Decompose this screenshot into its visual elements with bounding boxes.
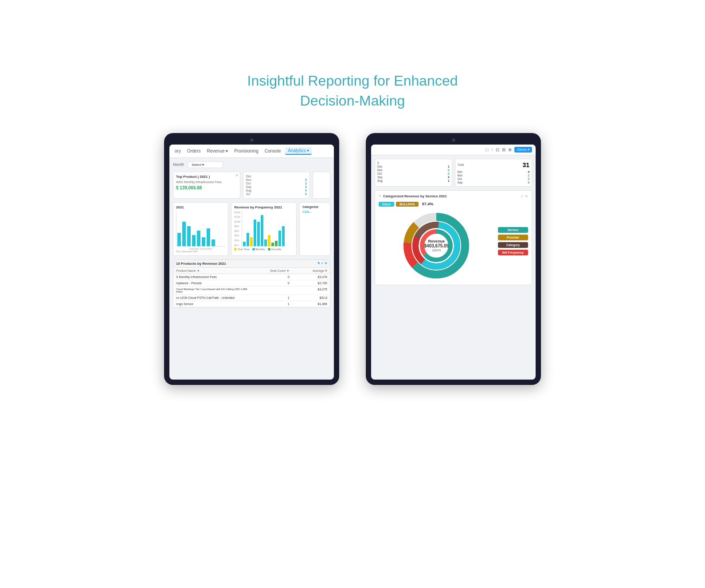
bar-7 — [207, 228, 210, 246]
nav-item-console[interactable]: Console — [263, 148, 283, 154]
donut-label: Revenue — [424, 239, 449, 243]
data-summary: 3 Dec1 Nov0 Oct0 — [375, 159, 532, 187]
table-row: co UCM Cloud PSTN Call Path - Unlimited … — [173, 295, 330, 301]
bar-1 — [177, 233, 181, 246]
right-tablet-camera — [452, 138, 455, 142]
nav-icon-1[interactable]: □ — [486, 147, 488, 152]
chart-section: 2021 End User Annual Plan — [173, 202, 330, 256]
expand-icon[interactable]: ⤢ — [521, 194, 524, 198]
month-row-oct: Oct2 — [246, 182, 307, 185]
right-bar-chart-panel: Revenue by Frequency 2021 $140k $120k $1… — [231, 202, 297, 256]
left-tablet-camera — [250, 138, 254, 142]
nav-icon-5[interactable]: ⊕ — [508, 147, 512, 152]
btn-category[interactable]: Category — [498, 242, 528, 248]
right-chart-layout: Cisco BULLDOG 57.4% — [379, 202, 528, 281]
top-product-widget: ✕ Top Product ( 2021 ) AWS Monthly Infra… — [173, 172, 240, 199]
s-row-dec: Dec1 — [377, 165, 450, 168]
cat-header: ✕ Categorized Revenue by Service 2021 ⤢ … — [379, 194, 528, 198]
nav-item-provisioning[interactable]: Provisioning — [232, 148, 260, 154]
left-bar-chart-panel: 2021 End User Annual Plan — [173, 202, 228, 256]
chip-cisco[interactable]: Cisco — [379, 202, 394, 207]
left-content: Month Select ▾ ✕ Top Product ( 2021 ) AW… — [169, 158, 334, 311]
month-row-aug: Aug0 — [246, 189, 307, 192]
freq-chart-area: $140k $120k $100k $80k $60k $40k $20k $0… — [234, 211, 294, 247]
monthly-counts-widget: Dec Nov3 Oct2 Sep3 — [243, 172, 310, 199]
left-tablet-screen: ory Orders Revenue ▾ Provisioning Consol… — [169, 145, 334, 380]
analytics-label: Analytics ▾ — [288, 148, 309, 153]
widget-subtitle: AWS Monthly Infrastructure Fees — [176, 180, 237, 184]
partial-widget — [313, 172, 330, 199]
close-icon[interactable]: ✕ — [525, 194, 528, 198]
nav-item-ory[interactable]: ory — [173, 148, 183, 154]
nav-icon-2[interactable]: ↑ — [491, 147, 493, 152]
filter-label: Month — [173, 162, 184, 167]
side-buttons: Service Provider Category Bill Frequency — [498, 227, 528, 255]
bar-3 — [187, 226, 191, 246]
cat-label: Cate... — [302, 210, 327, 213]
headline-line1: Insightful Reporting for Enhanced — [247, 73, 458, 89]
month-row-sep: Sep3 — [246, 185, 307, 188]
nav-item-analytics[interactable]: Analytics ▾ — [285, 147, 312, 155]
table-header: 10 Products by Revenue 2021 ✎ ✓ ✕ — [173, 260, 330, 268]
table-row: S Monthly Infrastructure Fees 0 $3,478 — [173, 274, 330, 280]
sr-dec: Dec4 — [458, 170, 530, 173]
btn-bill-freq[interactable]: Bill Frequency — [498, 250, 528, 255]
nav-item-orders[interactable]: Orders — [185, 148, 203, 154]
cat-revenue-panel: ✕ Categorized Revenue by Service 2021 ⤢ … — [375, 190, 532, 285]
widgets-row: ✕ Top Product ( 2021 ) AWS Monthly Infra… — [173, 172, 330, 199]
month-select[interactable]: Select ▾ — [188, 161, 223, 168]
select-placeholder: Select — [192, 163, 201, 167]
left-bar-chart — [176, 211, 225, 247]
donut-pct: 100% — [424, 248, 449, 252]
s-row-3: 3 — [377, 161, 450, 165]
btn-service[interactable]: Service — [498, 227, 528, 233]
s-row-oct: Oct0 — [377, 172, 450, 175]
freq-legend: One Time Monthly Annually — [234, 248, 294, 251]
right-tablet: □ ↑ ⊡ ⊞ ⊕ Demo ▾ 3 — [366, 133, 541, 385]
s-row-aug: Aug1 — [377, 179, 450, 182]
freq-bars — [242, 211, 286, 247]
donut-value: $403,675.05 — [424, 243, 449, 248]
chart-plan-label: Plan Subscribed GBP — [176, 250, 225, 253]
month-row-dec: Dec — [246, 175, 307, 178]
sr-sep: Sep3 — [458, 181, 530, 184]
nav-item-revenue[interactable]: Revenue ▾ — [205, 148, 230, 154]
month-col: Dec Nov3 Oct2 Sep3 — [246, 175, 307, 196]
table-actions: ✎ ✓ ✕ — [317, 262, 327, 265]
right-nav-bar: □ ↑ ⊡ ⊞ ⊕ Demo ▾ — [371, 145, 536, 155]
widget-title: Top Product ( 2021 ) — [176, 175, 237, 179]
widget-value: $ 139,066.88 — [176, 185, 237, 190]
percent-label: 57.4% — [422, 202, 434, 207]
left-nav-bar: ory Orders Revenue ▾ Provisioning Consol… — [169, 145, 334, 158]
filter-chips: Cisco BULLDOG 57.4% — [379, 202, 494, 207]
tablets-container: ory Orders Revenue ▾ Provisioning Consol… — [164, 133, 541, 385]
filter-row: Month Select ▾ — [173, 161, 330, 168]
month-row-jul: Jul0 — [246, 192, 307, 196]
bar-4 — [192, 235, 196, 246]
bar-2 — [182, 222, 186, 246]
nav-icon-4[interactable]: ⊞ — [502, 147, 505, 152]
sr-oct: Oct0 — [458, 177, 530, 180]
cat-chart-title: Categorized Revenue by Service 2021 — [383, 194, 447, 198]
categorized-panel: Categorize Cate... — [299, 202, 330, 256]
btn-provider[interactable]: Provider — [498, 235, 528, 240]
summary-col-left: 3 Dec1 Nov0 Oct0 — [375, 159, 452, 187]
table-row: Cloud Meetings Tier 1 purchased with EA … — [173, 286, 330, 295]
widget-close-btn[interactable]: ✕ — [235, 173, 239, 177]
chip-bulldog[interactable]: BULLDOG — [396, 202, 419, 207]
s-row-nov: Nov0 — [377, 169, 450, 172]
sr-nov: Nov1 — [458, 174, 530, 177]
demo-badge[interactable]: Demo ▾ — [514, 147, 532, 153]
table-row: nngs Sensor 1 $1,866 — [173, 301, 330, 307]
page-headline: Insightful Reporting for Enhanced Decisi… — [247, 71, 458, 111]
table-col-headers: Product Name ▼ Seat Count ▼ Average R — [173, 268, 330, 274]
products-table: 10 Products by Revenue 2021 ✎ ✓ ✕ Produc… — [173, 259, 330, 308]
summary-rows-left: 3 Dec1 Nov0 Oct0 — [377, 161, 450, 182]
total-value: 31 — [522, 161, 529, 169]
right-tablet-screen: □ ↑ ⊡ ⊞ ⊕ Demo ▾ 3 — [371, 145, 536, 380]
summary-rows-right: Dec4 Nov1 Oct0 Sep3 — [458, 170, 530, 184]
donut-center: Revenue $403,675.05 100% — [424, 239, 449, 252]
month-row-nov: Nov3 — [246, 178, 307, 181]
nav-icon-3[interactable]: ⊡ — [496, 147, 499, 152]
bar-8 — [212, 239, 215, 246]
